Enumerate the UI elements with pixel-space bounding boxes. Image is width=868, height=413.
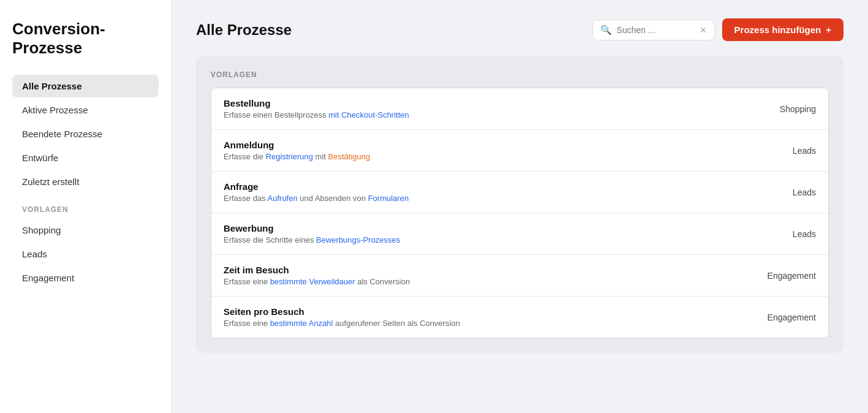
link-verweildauer: bestimmte Verweildauer: [270, 277, 355, 286]
process-info-seiten: Seiten pro Besuch Erfasse eine bestimmte…: [224, 306, 460, 328]
search-clear-icon[interactable]: ✕: [700, 25, 707, 35]
process-info-anmeldung: Anmeldung Erfasse die Registrierung mit …: [224, 140, 370, 161]
process-name-anfrage: Anfrage: [224, 181, 409, 192]
main-header: Alle Prozesse 🔍 ✕ Prozess hinzufügen +: [196, 18, 843, 41]
link-bestaetigung: Bestätigung: [328, 152, 371, 161]
process-item-anmeldung[interactable]: Anmeldung Erfasse die Registrierung mit …: [211, 130, 828, 172]
sidebar-item-engagement[interactable]: Engagement: [12, 267, 159, 289]
process-desc-bewerbung: Erfasse die Schritte eines Bewerbungs-Pr…: [224, 235, 400, 244]
search-icon: 🔍: [600, 25, 612, 36]
process-name-zeit: Zeit im Besuch: [224, 265, 410, 275]
page-title: Alle Prozesse: [196, 21, 292, 39]
header-actions: 🔍 ✕ Prozess hinzufügen +: [592, 18, 843, 41]
link-aufrufen: Aufrufen: [268, 194, 298, 203]
sidebar-item-shopping[interactable]: Shopping: [12, 219, 159, 241]
process-category-bestellung: Shopping: [742, 104, 816, 114]
process-category-bewerbung: Leads: [742, 229, 816, 239]
process-name-bewerbung: Bewerbung: [224, 223, 400, 233]
process-info-anfrage: Anfrage Erfasse das Aufrufen und Absende…: [224, 181, 409, 203]
process-desc-anmeldung: Erfasse die Registrierung mit Bestätigun…: [224, 152, 370, 161]
link-checkout: mit Checkout-Schritten: [328, 110, 409, 119]
process-category-seiten: Engagement: [742, 313, 816, 322]
sidebar: Conversion-Prozesse Alle Prozesse Aktive…: [0, 0, 172, 413]
process-name-seiten: Seiten pro Besuch: [224, 306, 460, 317]
sidebar-item-entwuerfe[interactable]: Entwürfe: [12, 146, 159, 169]
process-desc-zeit: Erfasse eine bestimmte Verweildauer als …: [224, 277, 410, 286]
process-item-bewerbung[interactable]: Bewerbung Erfasse die Schritte eines Bew…: [211, 213, 828, 255]
add-button-label: Prozess hinzufügen: [734, 25, 821, 35]
process-info-bewerbung: Bewerbung Erfasse die Schritte eines Bew…: [224, 223, 400, 244]
plus-icon: +: [826, 25, 831, 35]
process-info-zeit: Zeit im Besuch Erfasse eine bestimmte Ve…: [224, 265, 410, 286]
process-item-bestellung[interactable]: Bestellung Erfasse einen Bestellprozess …: [211, 88, 828, 130]
process-item-anfrage[interactable]: Anfrage Erfasse das Aufrufen und Absende…: [211, 172, 828, 213]
process-list: Bestellung Erfasse einen Bestellprozess …: [211, 88, 829, 338]
sidebar-item-beendete-prozesse[interactable]: Beendete Prozesse: [12, 123, 159, 145]
add-process-button[interactable]: Prozess hinzufügen +: [722, 18, 843, 41]
sidebar-item-alle-prozesse[interactable]: Alle Prozesse: [12, 75, 159, 97]
process-desc-seiten: Erfasse eine bestimmte Anzahl aufgerufen…: [224, 319, 460, 328]
main-content: Alle Prozesse 🔍 ✕ Prozess hinzufügen + V…: [172, 0, 868, 413]
process-name-anmeldung: Anmeldung: [224, 140, 370, 150]
search-box[interactable]: 🔍 ✕: [592, 20, 715, 40]
process-category-anfrage: Leads: [742, 188, 816, 197]
link-formularen: Formularen: [368, 194, 409, 203]
app-title: Conversion-Prozesse: [12, 20, 159, 58]
process-item-seiten-pro-besuch[interactable]: Seiten pro Besuch Erfasse eine bestimmte…: [211, 297, 828, 338]
sidebar-item-leads[interactable]: Leads: [12, 243, 159, 265]
sidebar-item-zuletzt-erstellt[interactable]: Zuletzt erstellt: [12, 170, 159, 193]
link-anzahl: bestimmte Anzahl: [270, 319, 333, 328]
sidebar-item-aktive-prozesse[interactable]: Aktive Prozesse: [12, 99, 159, 121]
process-name-bestellung: Bestellung: [224, 98, 409, 108]
link-bewerbung: Bewerbungs-Prozesses: [316, 235, 400, 244]
content-area: VORLAGEN Bestellung Erfasse einen Bestel…: [196, 56, 843, 353]
sidebar-templates-label: VORLAGEN: [12, 194, 159, 218]
process-category-zeit: Engagement: [742, 271, 816, 281]
process-info-bestellung: Bestellung Erfasse einen Bestellprozess …: [224, 98, 409, 119]
process-desc-anfrage: Erfasse das Aufrufen und Absenden von Fo…: [224, 194, 409, 203]
process-category-anmeldung: Leads: [742, 146, 816, 156]
search-input[interactable]: [617, 25, 695, 35]
vorlagen-label: VORLAGEN: [211, 70, 829, 79]
process-desc-bestellung: Erfasse einen Bestellprozess mit Checkou…: [224, 110, 409, 119]
process-item-zeit-im-besuch[interactable]: Zeit im Besuch Erfasse eine bestimmte Ve…: [211, 255, 828, 297]
link-registrierung: Registrierung: [266, 152, 313, 161]
sidebar-nav: Alle Prozesse Aktive Prozesse Beendete P…: [12, 75, 159, 289]
